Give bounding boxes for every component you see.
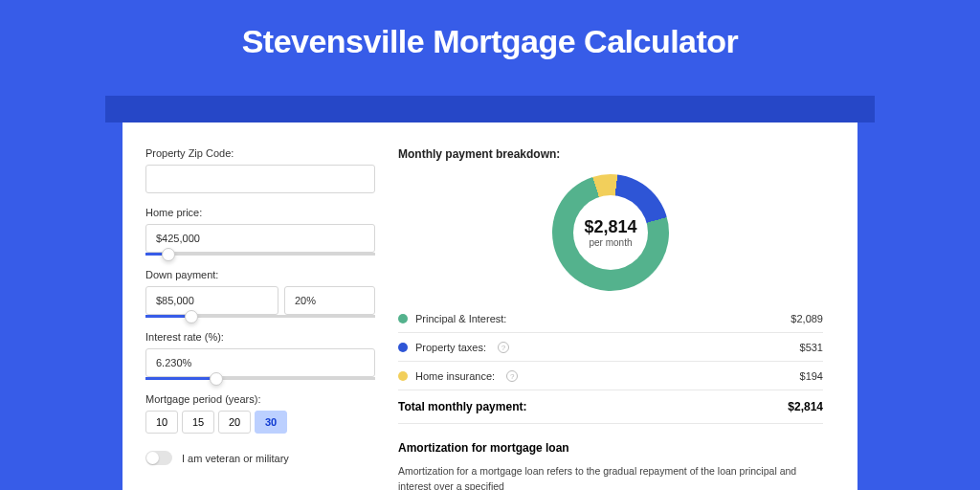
legend-value-principal: $2,089 — [791, 313, 823, 324]
period-label: Mortgage period (years): — [145, 393, 375, 405]
donut-total-value: $2,814 — [584, 217, 636, 237]
page-title: Stevensville Mortgage Calculator — [0, 0, 980, 60]
home-price-input[interactable] — [145, 224, 375, 253]
donut-wrap: $2,814 per month — [398, 170, 823, 304]
legend-label-insurance: Home insurance: — [415, 370, 495, 382]
donut-center: $2,814 per month — [573, 195, 648, 270]
home-price-slider-thumb[interactable] — [162, 248, 175, 261]
legend-dot-principal — [398, 314, 408, 323]
veteran-row: I am veteran or military — [145, 451, 375, 465]
rate-slider-thumb[interactable] — [210, 372, 223, 386]
period-option-20[interactable]: 20 — [218, 411, 251, 434]
info-icon[interactable]: ? — [506, 370, 518, 382]
legend-dot-taxes — [398, 343, 408, 352]
info-icon[interactable]: ? — [498, 342, 509, 353]
legend-total-label: Total monthly payment: — [398, 400, 526, 413]
down-payment-slider[interactable] — [145, 315, 375, 318]
down-payment-slider-thumb[interactable] — [185, 310, 198, 323]
down-payment-block: Down payment: — [145, 269, 375, 318]
home-price-block: Home price: — [145, 207, 375, 256]
period-option-30[interactable]: 30 — [255, 411, 287, 434]
form-panel: Property Zip Code: Home price: Down paym… — [145, 147, 375, 490]
breakdown-panel: Monthly payment breakdown: $2,814 per mo… — [398, 147, 823, 490]
rate-input[interactable] — [145, 348, 375, 377]
legend-row-taxes: Property taxes: ? $531 — [398, 333, 823, 361]
rate-label: Interest rate (%): — [145, 331, 375, 343]
legend: Principal & Interest: $2,089 Property ta… — [398, 304, 823, 424]
legend-total-row: Total monthly payment: $2,814 — [398, 390, 823, 424]
home-price-slider[interactable] — [145, 253, 375, 256]
donut-total-sub: per month — [589, 237, 632, 248]
legend-row-principal: Principal & Interest: $2,089 — [398, 304, 823, 332]
veteran-toggle[interactable] — [145, 451, 172, 465]
legend-total-value: $2,814 — [788, 400, 823, 413]
amortization-title: Amortization for mortgage loan — [398, 441, 823, 455]
down-payment-pct-input[interactable] — [284, 286, 375, 315]
zip-label: Property Zip Code: — [145, 147, 375, 159]
breakdown-title: Monthly payment breakdown: — [398, 147, 823, 161]
rate-slider-fill — [145, 377, 216, 380]
legend-label-principal: Principal & Interest: — [415, 313, 506, 324]
calculator-card: Property Zip Code: Home price: Down paym… — [122, 122, 858, 490]
down-payment-input[interactable] — [145, 286, 278, 315]
zip-input[interactable] — [145, 165, 375, 193]
legend-row-insurance: Home insurance: ? $194 — [398, 362, 823, 390]
rate-block: Interest rate (%): — [145, 331, 375, 380]
legend-dot-insurance — [398, 371, 408, 381]
amortization-body: Amortization for a mortgage loan refers … — [398, 464, 823, 490]
rate-slider[interactable] — [145, 377, 375, 380]
zip-block: Property Zip Code: — [145, 147, 375, 193]
period-block: Mortgage period (years): 10 15 20 30 — [145, 393, 375, 434]
down-payment-label: Down payment: — [145, 269, 375, 280]
period-row: 10 15 20 30 — [145, 411, 375, 434]
legend-label-taxes: Property taxes: — [415, 342, 486, 353]
home-price-label: Home price: — [145, 207, 375, 218]
period-option-10[interactable]: 10 — [145, 411, 178, 434]
donut-chart: $2,814 per month — [552, 174, 669, 291]
card-shadow-strip — [105, 96, 875, 122]
period-option-15[interactable]: 15 — [182, 411, 214, 434]
legend-value-insurance: $194 — [800, 370, 823, 382]
veteran-label: I am veteran or military — [182, 453, 289, 464]
legend-value-taxes: $531 — [800, 342, 823, 353]
